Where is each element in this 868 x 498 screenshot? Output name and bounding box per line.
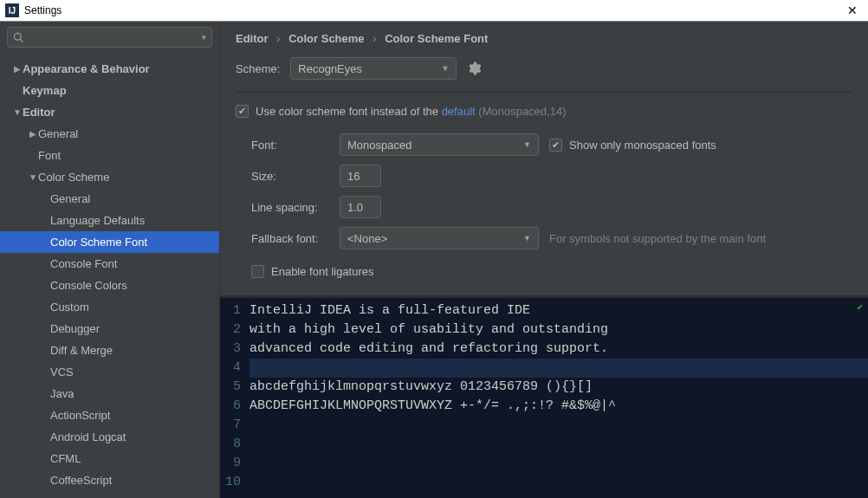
tree-item-label: Appearance & Behavior (23, 62, 150, 75)
tree-item-appearance-behavior[interactable]: ▶Appearance & Behavior (0, 58, 219, 80)
tree-item-label: Keymap (23, 84, 67, 97)
mono-only-checkbox[interactable] (549, 139, 562, 152)
tree-item-label: Diff & Merge (50, 344, 113, 357)
tree-item-label: General (50, 192, 90, 205)
tree-item-editor[interactable]: ▼Editor (0, 101, 219, 123)
default-font-link[interactable]: default (442, 105, 476, 118)
tree-item-label: Android Logcat (50, 430, 126, 443)
use-scheme-font-checkbox[interactable] (236, 105, 249, 118)
ligatures-label: Enable font ligatures (271, 265, 374, 278)
fallback-font-select[interactable]: <None> ▼ (340, 227, 539, 249)
gear-icon (467, 61, 481, 75)
breadcrumb: Editor › Color Scheme › Color Scheme Fon… (220, 22, 868, 52)
close-icon[interactable]: ✕ (842, 3, 863, 17)
tree-expand-icon[interactable]: ▼ (12, 107, 23, 117)
tree-item-console-font[interactable]: Console Font (0, 253, 219, 275)
search-history-dropdown-icon[interactable]: ▾ (202, 33, 206, 42)
chevron-down-icon: ▼ (523, 140, 531, 149)
chevron-down-icon: ▼ (523, 234, 531, 243)
scheme-select[interactable]: RecognEyes ▼ (290, 57, 457, 80)
tree-item-label: Font (38, 149, 61, 162)
search-input[interactable]: ▾ (7, 27, 212, 48)
tree-expand-icon[interactable]: ▶ (28, 129, 38, 139)
tree-item-label: Console Font (50, 257, 117, 270)
font-label: Font: (251, 139, 329, 152)
tree-expand-icon[interactable]: ▶ (12, 64, 23, 74)
tree-item-label: Debugger (50, 322, 100, 335)
settings-tree[interactable]: ▶Appearance & BehaviorKeymap▼Editor▶Gene… (0, 55, 219, 498)
fallback-font-value: <None> (347, 232, 387, 245)
tree-item-label: CFML (50, 452, 81, 465)
tree-item-label: Editor (23, 106, 55, 119)
tree-item-label: VCS (50, 365, 74, 378)
tree-item-label: Color Scheme (38, 171, 109, 184)
tree-item-language-defaults[interactable]: Language Defaults (0, 210, 219, 231)
tree-item-general[interactable]: ▶General (0, 123, 219, 145)
title-bar: IJ Settings ✕ (0, 0, 868, 22)
inspection-mark-icon: ✔ (857, 301, 863, 313)
tree-item-label: Language Defaults (50, 214, 145, 227)
tree-item-coffeescript[interactable]: CoffeeScript (0, 469, 219, 491)
fallback-hint: For symbols not supported by the main fo… (549, 232, 766, 245)
tree-item-label: ActionScript (50, 409, 110, 422)
size-input[interactable]: 16 (340, 165, 381, 187)
tree-item-label: Color Scheme Font (50, 236, 147, 249)
tree-item-console-colors[interactable]: Console Colors (0, 275, 219, 296)
tree-item-label: General (38, 127, 78, 140)
use-scheme-font-label-prefix: Use color scheme font instead of the (256, 105, 442, 118)
settings-content: Editor › Color Scheme › Color Scheme Fon… (220, 22, 868, 498)
line-spacing-input[interactable]: 1.0 (340, 196, 381, 218)
settings-sidebar: ▾ ▶Appearance & BehaviorKeymap▼Editor▶Ge… (0, 22, 220, 498)
tree-item-custom[interactable]: Custom (0, 296, 219, 318)
tree-item-diff-merge[interactable]: Diff & Merge (0, 340, 219, 361)
tree-item-android-logcat[interactable]: Android Logcat (0, 426, 219, 448)
tree-item-color-scheme[interactable]: ▼Color Scheme (0, 166, 219, 188)
line-spacing-label: Line spacing: (251, 201, 329, 214)
tree-expand-icon[interactable]: ▼ (28, 172, 38, 182)
tree-item-font[interactable]: Font (0, 145, 219, 166)
default-font-info: (Monospaced,14) (478, 105, 566, 118)
mono-only-label: Show only monospaced fonts (569, 139, 716, 152)
scheme-label: Scheme: (236, 62, 280, 75)
tree-item-keymap[interactable]: Keymap (0, 80, 219, 101)
tree-item-cfml[interactable]: CFML (0, 448, 219, 469)
font-select[interactable]: Monospaced ▼ (340, 133, 539, 156)
font-preview: 12345678910 IntelliJ IDEA is a full-feat… (220, 295, 868, 498)
tree-item-debugger[interactable]: Debugger (0, 318, 219, 340)
ligatures-checkbox[interactable] (251, 265, 264, 278)
scheme-gear-button[interactable] (467, 61, 481, 75)
font-value: Monospaced (347, 139, 411, 152)
preview-code: IntelliJ IDEA is a full-featured IDE wit… (246, 298, 868, 498)
chevron-down-icon: ▼ (441, 64, 449, 73)
tree-item-label: Console Colors (50, 279, 127, 292)
tree-item-java[interactable]: Java (0, 383, 219, 404)
preview-gutter: 12345678910 (220, 298, 246, 498)
tree-item-label: CoffeeScript (50, 474, 112, 487)
breadcrumb-current: Color Scheme Font (385, 32, 488, 45)
search-icon (13, 32, 24, 43)
breadcrumb-color-scheme[interactable]: Color Scheme (288, 32, 364, 45)
tree-item-label: Java (50, 387, 74, 400)
tree-item-label: Custom (50, 301, 89, 314)
window-title: Settings (24, 4, 842, 16)
scheme-value: RecognEyes (298, 62, 362, 75)
app-icon: IJ (5, 3, 19, 17)
tree-item-vcs[interactable]: VCS (0, 361, 219, 383)
size-label: Size: (251, 170, 329, 183)
breadcrumb-editor[interactable]: Editor (236, 32, 269, 45)
tree-item-color-scheme-font[interactable]: Color Scheme Font (0, 231, 219, 253)
tree-item-actionscript[interactable]: ActionScript (0, 404, 219, 426)
tree-item-general[interactable]: General (0, 188, 219, 210)
fallback-font-label: Fallback font: (251, 232, 329, 245)
